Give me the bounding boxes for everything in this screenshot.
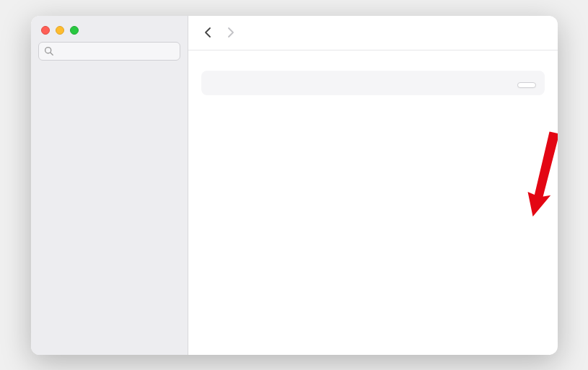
- sidebar: [31, 16, 188, 355]
- titlebar: [188, 16, 558, 50]
- search-field[interactable]: [38, 42, 180, 61]
- content-area: [188, 50, 558, 355]
- local-hostname-block: [201, 71, 545, 95]
- back-button[interactable]: [200, 23, 216, 42]
- close-button[interactable]: [41, 26, 50, 35]
- main-panel: [188, 16, 558, 355]
- window-controls: [31, 16, 188, 42]
- system-settings-window: [31, 16, 558, 355]
- minimize-button[interactable]: [56, 26, 64, 35]
- svg-line-1: [50, 53, 52, 55]
- forward-button[interactable]: [223, 23, 239, 42]
- search-input[interactable]: [57, 45, 175, 56]
- search-icon: [44, 46, 53, 56]
- sidebar-list: [31, 66, 188, 355]
- zoom-button[interactable]: [70, 26, 79, 35]
- edit-hostname-button[interactable]: [517, 82, 536, 88]
